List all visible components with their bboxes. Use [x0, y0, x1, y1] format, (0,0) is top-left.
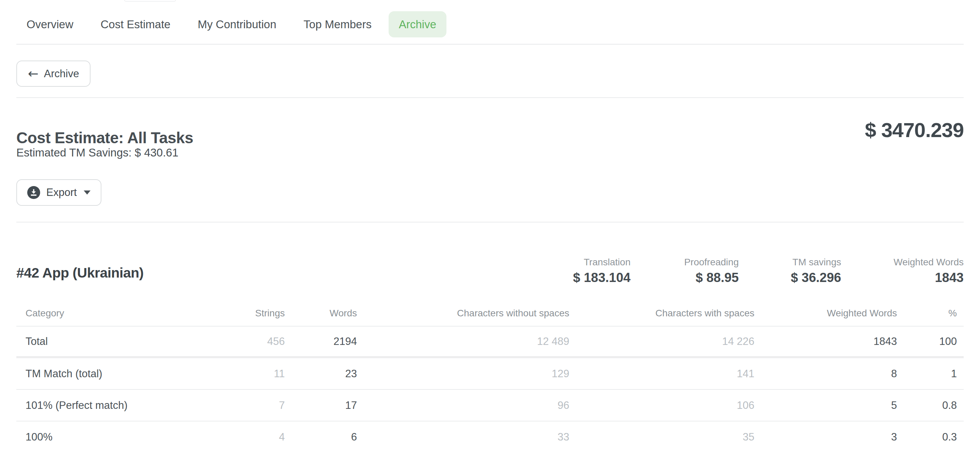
tabs: OverviewCost EstimateMy ContributionTop …	[16, 11, 447, 37]
cell-percent: 100	[897, 326, 964, 357]
cell-strings: 7	[207, 389, 285, 421]
cell-percent: 0.8	[897, 389, 964, 421]
cell-category: 101% (Perfect match)	[16, 389, 207, 421]
cell-category: 100%	[16, 421, 207, 449]
cell-chars-without-spaces: 12 489	[357, 326, 569, 357]
col-header-strings: Strings	[207, 301, 285, 326]
stat-value: $ 183.104	[573, 270, 630, 285]
col-header-percent: %	[897, 301, 964, 326]
cell-chars-without-spaces: 33	[357, 421, 569, 449]
table-row: Total 456 2194 12 489 14 226 1843 100	[16, 326, 964, 357]
page-title: Cost Estimate: All Tasks	[16, 129, 193, 147]
export-button-label: Export	[46, 186, 77, 199]
col-header-chars-with-spaces: Characters with spaces	[569, 301, 754, 326]
cell-weighted-words: 5	[754, 389, 897, 421]
cell-chars-with-spaces: 14 226	[569, 326, 754, 357]
col-header-category: Category	[16, 301, 207, 326]
stat-proofreading: Proofreading $ 88.95	[684, 257, 739, 285]
back-button-label: Archive	[44, 68, 79, 80]
total-cost-value: $ 3470.239	[865, 118, 964, 142]
stat-value: $ 36.296	[791, 270, 841, 285]
tab-label: Overview	[27, 18, 73, 31]
stat-translation: Translation $ 183.104	[573, 257, 630, 285]
section-divider-2	[16, 222, 964, 222]
cell-strings: 11	[207, 357, 285, 389]
cell-weighted-words: 1843	[754, 326, 897, 357]
cell-category: TM Match (total)	[16, 357, 207, 389]
tm-savings-line: Estimated TM Savings: $ 430.61	[16, 146, 178, 159]
cell-chars-with-spaces: 141	[569, 357, 754, 389]
stat-tm-savings: TM savings $ 36.296	[791, 257, 841, 285]
cost-estimate-page: OverviewCost EstimateMy ContributionTop …	[0, 0, 980, 449]
tab-top-members[interactable]: Top Members	[293, 11, 382, 37]
col-header-weighted-words: Weighted Words	[754, 301, 897, 326]
caret-down-icon	[84, 190, 91, 195]
col-header-chars-without-spaces: Characters without spaces	[357, 301, 569, 326]
cell-percent: 0.3	[897, 421, 964, 449]
tab-archive[interactable]: Archive	[388, 11, 447, 37]
table-header-row: Category Strings Words Characters withou…	[16, 301, 964, 326]
table-row: 101% (Perfect match) 7 17 96 106 5 0.8	[16, 389, 964, 421]
table-body: Total 456 2194 12 489 14 226 1843 100 TM…	[16, 326, 964, 449]
cell-chars-without-spaces: 96	[357, 389, 569, 421]
tab-label: Archive	[399, 18, 436, 31]
cell-chars-with-spaces: 35	[569, 421, 754, 449]
cell-weighted-words: 3	[754, 421, 897, 449]
cell-percent: 1	[897, 357, 964, 389]
stat-label: TM savings	[791, 257, 841, 268]
cell-chars-with-spaces: 106	[569, 389, 754, 421]
tab-label: Top Members	[304, 18, 372, 31]
stat-label: Weighted Words	[894, 257, 964, 268]
cell-strings: 4	[207, 421, 285, 449]
cell-strings: 456	[207, 326, 285, 357]
col-header-words: Words	[285, 301, 357, 326]
cell-words: 6	[285, 421, 357, 449]
cutoff-popover-edge	[124, 0, 176, 2]
table-row: 100% 4 6 33 35 3 0.3	[16, 421, 964, 449]
tab-label: Cost Estimate	[101, 18, 170, 31]
project-summary: #42 App (Ukrainian) Translation $ 183.10…	[16, 257, 964, 294]
tabs-divider	[16, 44, 964, 44]
cell-chars-without-spaces: 129	[357, 357, 569, 389]
project-title: #42 App (Ukrainian)	[16, 265, 143, 281]
stat-weighted-words: Weighted Words 1843	[894, 257, 964, 285]
cell-category: Total	[16, 326, 207, 357]
cell-words: 23	[285, 357, 357, 389]
cell-weighted-words: 8	[754, 357, 897, 389]
cell-words: 17	[285, 389, 357, 421]
tab-my-contribution[interactable]: My Contribution	[188, 11, 286, 37]
download-circle-icon	[27, 186, 40, 199]
export-button[interactable]: Export	[16, 179, 102, 206]
tab-overview[interactable]: Overview	[16, 11, 84, 37]
cell-words: 2194	[285, 326, 357, 357]
stat-label: Translation	[573, 257, 630, 268]
table-row: TM Match (total) 11 23 129 141 8 1	[16, 357, 964, 389]
stat-label: Proofreading	[684, 257, 739, 268]
section-divider	[16, 97, 964, 98]
tab-cost-estimate[interactable]: Cost Estimate	[91, 11, 181, 37]
cost-breakdown-table: Category Strings Words Characters withou…	[16, 301, 964, 449]
back-to-archive-button[interactable]: ← Archive	[16, 60, 91, 87]
tab-label: My Contribution	[198, 18, 276, 31]
stat-value: 1843	[894, 270, 964, 285]
arrow-left-icon: ←	[28, 67, 38, 80]
stat-value: $ 88.95	[684, 270, 739, 285]
